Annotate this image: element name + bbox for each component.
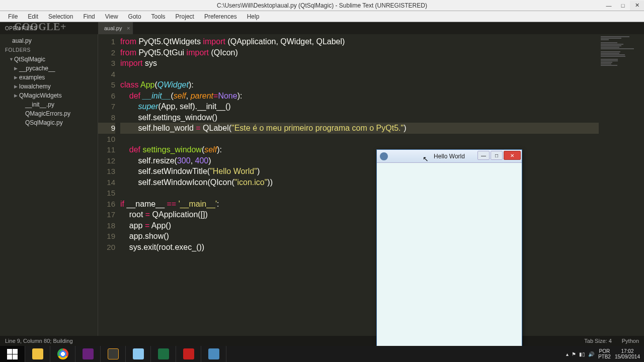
chevron-right-icon: ▶ xyxy=(14,75,19,80)
code-editor[interactable]: 1234567891011121314151617181920 from PyQ… xyxy=(98,34,644,346)
tray-lang-label: POR xyxy=(599,348,610,354)
tray-chevron-up-icon[interactable]: ▴ xyxy=(566,351,569,357)
popup-maximize-button[interactable]: □ xyxy=(491,151,503,160)
sidebar-item-lowalchemy[interactable]: ▶lowalchemy xyxy=(0,82,98,91)
notepad-icon xyxy=(133,348,144,359)
window-title: C:\Users\Will\Desktop\aual.py (QtSqlMagi… xyxy=(217,2,427,9)
sidebar-item-init-py[interactable]: __init__.py xyxy=(0,100,98,109)
window-controls: — □ ✕ xyxy=(602,1,644,11)
sidebar-item-qmagicerrors-py[interactable]: QMagicErrors.py xyxy=(0,109,98,118)
tray-kbd-label: PTB2 xyxy=(598,354,611,359)
minimize-button[interactable]: — xyxy=(602,1,616,11)
folder-icon xyxy=(32,348,43,359)
tab-label: aual.py xyxy=(104,25,122,31)
status-syntax[interactable]: Python xyxy=(622,338,639,344)
popup-minimize-button[interactable]: — xyxy=(477,151,490,160)
taskbar: ▴ ⚑ ▮▯ 🔊 POR PTB2 17:02 15/09/2014 xyxy=(0,346,644,362)
tray-volume-icon[interactable]: 🔊 xyxy=(588,351,594,357)
menu-preferences[interactable]: Preferences xyxy=(199,12,242,21)
tab-row: OPEN FILES Google+ aual.py × xyxy=(0,22,644,34)
menu-edit[interactable]: Edit xyxy=(23,12,43,21)
open-files-label: OPEN FILES Google+ xyxy=(0,22,98,34)
work-area: aual.py FOLDERS ▼QtSqlMagic ▶__pycache__… xyxy=(0,34,644,346)
sidebar-item-label: lowalchemy xyxy=(19,83,51,90)
menu-file[interactable]: File xyxy=(3,12,23,21)
tray-network-icon[interactable]: ▮▯ xyxy=(579,351,585,357)
popup-close-button[interactable]: ✕ xyxy=(504,151,521,160)
start-button[interactable] xyxy=(0,346,25,362)
menu-help[interactable]: Help xyxy=(242,12,265,21)
line-gutter: 1234567891011121314151617181920 xyxy=(98,34,120,346)
menu-selection[interactable]: Selection xyxy=(43,12,78,21)
sidebar-item-qsqlmagic-py[interactable]: QSqlMagic.py xyxy=(0,118,98,127)
taskbar-explorer[interactable] xyxy=(25,346,50,362)
chevron-right-icon: ▶ xyxy=(14,84,19,89)
excel-icon xyxy=(158,348,169,359)
tray-time: 17:02 xyxy=(621,348,633,354)
system-tray: ▴ ⚑ ▮▯ 🔊 POR PTB2 17:02 15/09/2014 xyxy=(562,346,644,362)
popup-titlebar[interactable]: Hello World — □ ✕ xyxy=(377,150,522,163)
chevron-down-icon: ▼ xyxy=(9,57,14,62)
popup-title: Hello World xyxy=(434,153,465,160)
menu-project[interactable]: Project xyxy=(171,12,199,21)
tray-date: 15/09/2014 xyxy=(615,354,640,359)
menu-find[interactable]: Find xyxy=(78,12,100,21)
sidebar-item-label: QtSqlMagic xyxy=(14,56,45,63)
google-plus-watermark: Google+ xyxy=(14,21,66,33)
chevron-right-icon: ▶ xyxy=(14,93,19,98)
sidebar-open-file[interactable]: aual.py xyxy=(0,36,98,45)
tray-icons[interactable]: ▴ ⚑ ▮▯ 🔊 xyxy=(566,351,594,357)
code-content[interactable]: from PyQt5.QtWidgets import (QApplicatio… xyxy=(120,34,599,346)
sidebar-item-qtsqlmagic[interactable]: ▼QtSqlMagic xyxy=(0,55,98,64)
tab-close-icon[interactable]: × xyxy=(127,25,130,31)
taskbar-chrome[interactable] xyxy=(50,346,75,362)
sidebar-item-label: __init__.py xyxy=(25,101,54,108)
taskbar-sublime[interactable] xyxy=(101,346,126,362)
menu-bar: File Edit Selection Find View Goto Tools… xyxy=(0,11,644,22)
python-icon xyxy=(208,348,219,359)
windows-logo-icon xyxy=(7,349,18,359)
sidebar-section-folders: FOLDERS xyxy=(0,45,98,55)
menu-view[interactable]: View xyxy=(100,12,123,21)
status-tab-size[interactable]: Tab Size: 4 xyxy=(584,338,611,344)
minimap[interactable] xyxy=(599,34,644,346)
sidebar-item-label: QMagicWidgets xyxy=(19,92,62,99)
tray-flag-icon[interactable]: ⚑ xyxy=(572,351,576,357)
menu-goto[interactable]: Goto xyxy=(123,12,146,21)
popup-app-icon xyxy=(380,152,388,160)
taskbar-excel[interactable] xyxy=(151,346,176,362)
visual-studio-icon xyxy=(83,348,94,359)
pdf-icon xyxy=(183,348,194,359)
tray-clock[interactable]: 17:02 15/09/2014 xyxy=(615,348,640,359)
sidebar-item-examples[interactable]: ▶examples xyxy=(0,73,98,82)
taskbar-visual-studio[interactable] xyxy=(75,346,101,362)
sidebar-item-label: QMagicErrors.py xyxy=(25,110,70,117)
sidebar-item-qmagicwidgets[interactable]: ▶QMagicWidgets xyxy=(0,91,98,100)
window-titlebar: C:\Users\Will\Desktop\aual.py (QtSqlMagi… xyxy=(0,0,644,11)
menu-tools[interactable]: Tools xyxy=(146,12,171,21)
taskbar-python[interactable] xyxy=(201,346,226,362)
popup-body xyxy=(377,163,522,346)
sidebar: aual.py FOLDERS ▼QtSqlMagic ▶__pycache__… xyxy=(0,34,98,346)
hello-world-window[interactable]: Hello World — □ ✕ xyxy=(376,149,522,346)
sidebar-item-pycache[interactable]: ▶__pycache__ xyxy=(0,64,98,73)
maximize-button[interactable]: □ xyxy=(616,1,630,11)
chevron-right-icon: ▶ xyxy=(14,66,19,71)
sidebar-item-label: examples xyxy=(19,74,45,81)
sidebar-item-label: __pycache__ xyxy=(19,65,55,72)
sidebar-item-label: QSqlMagic.py xyxy=(25,119,63,126)
status-bar: Line 9, Column 80; Building Tab Size: 4 … xyxy=(0,336,644,346)
close-button[interactable]: ✕ xyxy=(630,1,644,11)
taskbar-notepad[interactable] xyxy=(126,346,151,362)
tray-language[interactable]: POR PTB2 xyxy=(598,348,611,359)
taskbar-pdf[interactable] xyxy=(176,346,201,362)
tab-aual-py[interactable]: aual.py × xyxy=(98,22,133,34)
status-left: Line 9, Column 80; Building xyxy=(5,338,73,344)
sublime-icon xyxy=(108,348,119,359)
popup-controls: — □ ✕ xyxy=(477,151,521,160)
chrome-icon xyxy=(57,348,68,359)
